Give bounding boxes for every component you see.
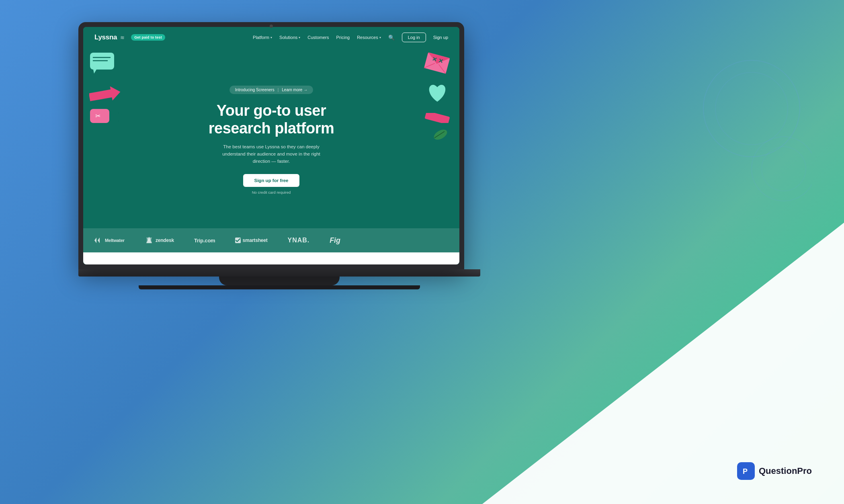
white-bottom-bar	[83, 252, 459, 264]
fig-logo: Fig	[330, 236, 340, 245]
svg-marker-5	[93, 70, 96, 74]
bar-divider: |	[278, 88, 279, 92]
heart-decoration	[423, 81, 451, 107]
svg-marker-8	[89, 86, 121, 102]
tripcom-logo: Trip.com	[194, 238, 215, 244]
scissors-bubble: ✂	[89, 108, 125, 126]
search-icon[interactable]: 🔍	[388, 35, 395, 41]
svg-line-18	[121, 119, 122, 121]
laptop-bezel: Lyssna ≋ Get paid to test Platform ▾ Sol…	[78, 22, 464, 269]
laptop-device: Lyssna ≋ Get paid to test Platform ▾ Sol…	[78, 22, 480, 311]
svg-line-17	[115, 119, 116, 121]
hero-subtext: The best teams use Lyssna so they can de…	[215, 143, 328, 165]
pink-rectangle-decoration	[424, 113, 451, 125]
navigation: Lyssna ≋ Get paid to test Platform ▾ Sol…	[83, 27, 459, 48]
hero-decorations-left: ✂	[89, 52, 125, 126]
questionpro-branding: P QuestionPro	[737, 462, 812, 480]
decorative-circles	[671, 48, 812, 251]
nav-resources[interactable]: Resources ▾	[357, 35, 381, 40]
get-paid-badge[interactable]: Get paid to test	[131, 34, 165, 41]
logo-strip: Meltwater zendesk	[83, 228, 459, 252]
svg-marker-36	[94, 238, 96, 243]
svg-text:P: P	[743, 467, 748, 475]
laptop-base	[78, 269, 480, 277]
hero-headline: Your go-to user research platform	[209, 102, 334, 137]
zendesk-logo: zendesk	[145, 236, 174, 245]
questionpro-icon: P	[737, 462, 755, 480]
svg-line-30	[445, 101, 447, 102]
chevron-down-icon: ▾	[270, 36, 272, 39]
login-button[interactable]: Log in	[402, 33, 426, 42]
introducing-bar[interactable]: Introducing Screeners | Learn more →	[229, 86, 313, 94]
chevron-down-icon: ▾	[379, 36, 381, 39]
logo-text: Lyssna	[94, 33, 117, 41]
envelope-decoration	[425, 52, 449, 74]
hero-section: ✂	[83, 48, 459, 228]
nav-platform[interactable]: Platform ▾	[253, 35, 272, 40]
svg-point-34	[432, 127, 449, 141]
smartsheet-logo: smartsheet	[235, 238, 267, 243]
svg-marker-37	[98, 238, 100, 243]
svg-line-31	[427, 84, 429, 86]
cta-button[interactable]: Sign up for free	[243, 174, 300, 187]
nav-links: Platform ▾ Solutions ▾ Customers Pricing	[253, 33, 448, 42]
leaf-decoration	[432, 127, 449, 144]
logo-container: Lyssna ≋	[94, 33, 125, 41]
speech-bubble-teal	[89, 52, 125, 76]
nav-solutions[interactable]: Solutions ▾	[279, 35, 300, 40]
website-wrapper: Lyssna ≋ Get paid to test Platform ▾ Sol…	[83, 27, 459, 264]
svg-line-28	[445, 84, 447, 86]
svg-text:✂: ✂	[95, 113, 100, 119]
ynab-logo: YNAB.	[288, 237, 310, 244]
laptop-screen: Lyssna ≋ Get paid to test Platform ▾ Sol…	[83, 27, 459, 264]
chevron-down-icon: ▾	[299, 36, 300, 39]
laptop-foot	[139, 285, 420, 289]
svg-line-16	[121, 113, 122, 115]
introducing-text: Introducing Screeners	[235, 88, 275, 92]
logo-squiggle: ≋	[120, 35, 125, 41]
nav-pricing[interactable]: Pricing	[336, 35, 350, 40]
questionpro-text: QuestionPro	[759, 466, 812, 476]
laptop-camera	[270, 25, 273, 28]
signup-button[interactable]: Sign up	[433, 35, 448, 40]
pink-arrow-decoration	[89, 86, 125, 104]
learn-more-link[interactable]: Learn more →	[282, 88, 307, 92]
hero-decorations-right	[423, 52, 451, 144]
meltwater-logo: Meltwater	[94, 237, 125, 244]
nav-customers[interactable]: Customers	[307, 35, 329, 40]
svg-line-15	[115, 113, 116, 115]
svg-point-0	[703, 60, 800, 157]
svg-point-1	[715, 72, 788, 145]
svg-rect-33	[424, 113, 450, 123]
no-cc-text: No credit card required	[252, 190, 291, 195]
svg-point-3	[762, 147, 806, 191]
laptop-stand	[219, 277, 340, 285]
